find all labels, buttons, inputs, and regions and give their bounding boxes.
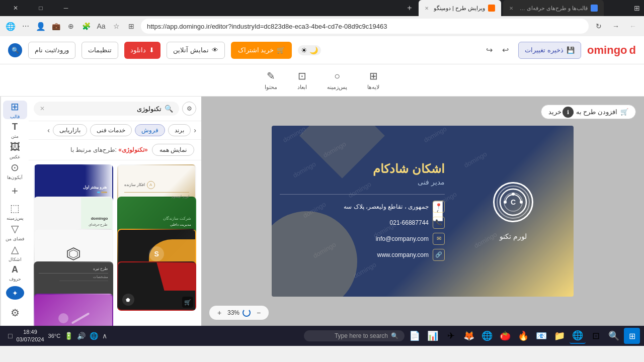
address-input[interactable] bbox=[141, 19, 589, 34]
star-icon[interactable]: ☆ bbox=[110, 20, 123, 33]
card-contact-info: 📍 جمهوری ، تقاطع ولیعصر، پلاک سه 📞 021-6… bbox=[280, 201, 445, 261]
card-person-name: اشکان شادکام bbox=[280, 162, 445, 176]
sidebar-myspace-icon[interactable]: ▽ فضای من bbox=[3, 223, 27, 241]
info-button[interactable]: ℹ bbox=[562, 107, 574, 118]
more-button[interactable]: ⋯ bbox=[19, 20, 32, 33]
taskbar-search-app[interactable]: 🔍 bbox=[606, 328, 622, 344]
tool-content[interactable]: ✎ محتوا bbox=[261, 68, 281, 93]
read-icon[interactable]: Aa bbox=[95, 20, 108, 33]
taskbar-browser2-app[interactable]: 🦊 bbox=[461, 328, 477, 344]
tag-marketing[interactable]: بازاریابی bbox=[53, 124, 87, 136]
taskbar-telegram-app[interactable]: ✈ bbox=[443, 328, 459, 344]
template-search-input[interactable] bbox=[48, 105, 162, 113]
extension-icon[interactable]: ⊞ bbox=[125, 20, 138, 33]
sidebar-template-icon[interactable]: ⊞ قالب bbox=[3, 101, 27, 119]
email-icon: ✉ bbox=[433, 233, 445, 245]
taskbar-edge-app[interactable]: 🌐 bbox=[570, 328, 586, 344]
history-icon[interactable]: ⊕ bbox=[64, 20, 77, 33]
zoom-in-button[interactable]: + bbox=[214, 308, 224, 318]
template-item-7[interactable]: ⬟ 🛒 bbox=[117, 261, 197, 311]
refresh-button[interactable]: ↻ bbox=[592, 19, 606, 33]
close-button[interactable]: ✕ bbox=[4, 0, 27, 16]
tab1-close[interactable]: ✕ bbox=[509, 6, 513, 11]
tool-background[interactable]: ○ پس‌زمینه bbox=[323, 68, 351, 93]
start-button[interactable]: ⊞ bbox=[624, 328, 640, 344]
taskbar-chrome-app[interactable]: 🌐 bbox=[479, 328, 495, 344]
taskbar-orange-app[interactable]: 🔥 bbox=[515, 328, 531, 344]
address-bar: ← → ↻ ⊞ ☆ Aa 🧩 ⊕ 💼 👤 ⋯ 🌐 bbox=[0, 16, 644, 36]
settings-button[interactable]: تنظیمات bbox=[82, 42, 118, 59]
login-button[interactable]: ورود/ثبت نام bbox=[28, 42, 75, 59]
sidebar-icons-icon[interactable]: ⊙ آیکون‌ها bbox=[3, 161, 27, 180]
taskbar-clock[interactable]: 18:49 03/07/2024 bbox=[16, 328, 44, 344]
zoom-out-button[interactable]: − bbox=[254, 308, 264, 318]
undo-button[interactable]: ↩ bbox=[498, 43, 512, 57]
profile-icon[interactable]: 👤 bbox=[34, 20, 47, 33]
tab-templates[interactable]: قالب‌ها و طرح‌های حرفه‌ای و رایگان ✕ bbox=[503, 0, 604, 16]
extension2-icon[interactable]: 🧩 bbox=[79, 20, 93, 33]
taskbar-search-bar[interactable]: 🔍 Type here to search bbox=[304, 330, 405, 341]
tag-sales[interactable]: فروش bbox=[135, 124, 165, 136]
tray-volume-icon[interactable]: 🔊 bbox=[77, 332, 86, 340]
sidebar-background-icon[interactable]: ⬚ پس‌زمینه bbox=[3, 202, 27, 221]
wallet-icon[interactable]: 💼 bbox=[49, 20, 62, 33]
redo-button[interactable]: ↪ bbox=[482, 43, 496, 57]
taskbar-tray: ∧ 🌐 🔊 🔋 36°C 18:49 03/07/2024 □ bbox=[4, 328, 111, 344]
tag-tech-services[interactable]: خدمات فنی bbox=[90, 124, 132, 136]
taskbar-folder-app[interactable]: 📁 bbox=[551, 328, 568, 344]
taskbar-excel-app[interactable]: 📊 bbox=[425, 328, 441, 344]
download-button[interactable]: ⬇ دانلود bbox=[124, 42, 160, 59]
search-filter-button[interactable]: ⚙ bbox=[182, 102, 196, 116]
tool-dimensions[interactable]: ⊡ ابعاد bbox=[293, 68, 311, 93]
logo-svg: C bbox=[498, 187, 528, 217]
svg-point-4 bbox=[504, 201, 507, 204]
sidebar-ai-icon[interactable]: ✦ bbox=[6, 286, 24, 300]
taskbar-word-app[interactable]: 📄 bbox=[407, 328, 423, 344]
zoom-bar: − 33% + bbox=[209, 306, 269, 320]
forward-button[interactable]: → bbox=[609, 19, 623, 33]
sidebar-image-icon[interactable]: 🖼 عکس bbox=[3, 141, 27, 159]
tray-battery-icon[interactable]: 🔋 bbox=[64, 332, 73, 340]
sidebar-text-icon[interactable]: T متن bbox=[3, 121, 27, 139]
show-online-button[interactable]: 👁 نمایش آنلاین bbox=[167, 42, 225, 59]
maximize-button[interactable]: □ bbox=[29, 0, 52, 16]
tags-arrow-right[interactable]: ‹ bbox=[194, 126, 196, 134]
tool-layers[interactable]: ⊞ لایه‌ها bbox=[363, 68, 383, 93]
taskbar-mail-app[interactable]: 📧 bbox=[533, 328, 549, 344]
tray-up-icon[interactable]: ∧ bbox=[102, 332, 107, 340]
sidebar-shapes-icon[interactable]: △ اشکال bbox=[3, 243, 27, 262]
minimize-button[interactable]: ─ bbox=[54, 0, 77, 16]
theme-toggle[interactable]: 🌙 ☀ bbox=[298, 45, 321, 55]
undo-redo-group: ↩ ↪ bbox=[482, 43, 512, 57]
template-cart-7[interactable]: 🛒 bbox=[182, 297, 193, 308]
template-item-9[interactable]: طرح بنفش 🛒 bbox=[34, 294, 113, 326]
sidebar-add-icon[interactable]: + bbox=[3, 182, 27, 200]
card-left-section: C لورم تکنو bbox=[453, 126, 574, 297]
edge-icon[interactable]: 🌐 bbox=[4, 20, 17, 33]
save-button[interactable]: 💾 ذخیره تغییرات bbox=[518, 42, 581, 59]
content-icon: ✎ bbox=[267, 70, 275, 82]
show-all-button[interactable]: نمایش همه bbox=[152, 144, 194, 156]
tab2-close[interactable]: ✕ bbox=[425, 6, 429, 11]
tags-arrow-left[interactable]: › bbox=[47, 126, 50, 134]
taskbar-pomodoro-app[interactable]: 🍅 bbox=[497, 328, 513, 344]
moon-icon: 🌙 bbox=[309, 46, 318, 54]
cart-canvas-icon: 🛒 bbox=[620, 108, 628, 116]
add-to-cart-button[interactable]: 🛒 افزودن طرح به سبد خرید bbox=[541, 105, 636, 119]
buy-subscription-button[interactable]: 🛒 خرید اشتراک bbox=[231, 42, 292, 59]
search-clear-icon[interactable]: ✕ bbox=[40, 105, 45, 112]
tag-brand[interactable]: برند bbox=[168, 124, 191, 136]
search-header-icon[interactable]: 🔍 bbox=[8, 43, 22, 57]
taskbar-task-view[interactable]: ⊡ bbox=[588, 328, 604, 344]
back-button[interactable]: ← bbox=[626, 19, 640, 33]
new-tab-button[interactable]: + bbox=[403, 1, 417, 15]
app-header: domingo 💾 ذخیره تغییرات ↩ ↪ 🌙 ☀ 🛒 خرید ا… bbox=[0, 36, 644, 64]
card-phone-row: 📞 021-66887744 bbox=[280, 217, 445, 229]
sidebar-settings-icon[interactable]: ⚙ bbox=[3, 304, 27, 322]
tab2-favicon bbox=[488, 5, 495, 12]
tray-notification-icon[interactable]: □ bbox=[8, 332, 12, 340]
zoom-level-label: 33% bbox=[227, 309, 239, 316]
tray-network-icon[interactable]: 🌐 bbox=[90, 332, 98, 340]
tab-editor[interactable]: ویرایش طرح | دومینگو ✕ bbox=[419, 0, 501, 16]
sidebar-fonts-icon[interactable]: A حروف bbox=[3, 264, 27, 282]
